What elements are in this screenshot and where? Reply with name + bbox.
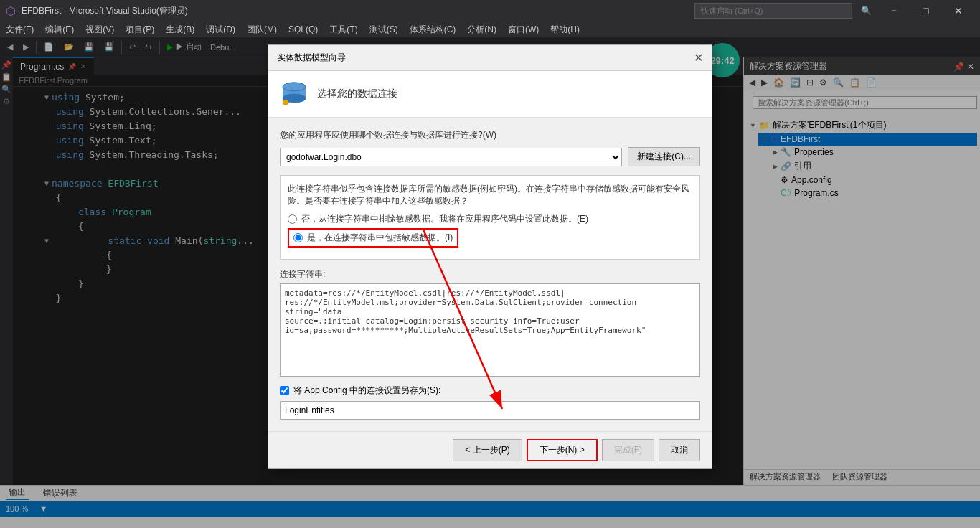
menu-help[interactable]: 帮助(H) <box>545 22 585 37</box>
connection-question-label: 您的应用程序应使用哪个数据连接与数据库进行连接?(W) <box>280 129 700 141</box>
finish-button[interactable]: 完成(F) <box>602 439 654 461</box>
search-icon: 🔍 <box>861 6 872 16</box>
prev-button[interactable]: < 上一步(P) <box>453 439 522 461</box>
save-checkbox-row: 将 App.Config 中的连接设置另存为(S): <box>280 385 700 397</box>
cancel-button[interactable]: 取消 <box>659 439 700 461</box>
radio-yes-row[interactable]: 是，在连接字符串中包括敏感数据。(I) <box>288 228 692 248</box>
dialog-header-title: 选择您的数据连接 <box>317 88 397 100</box>
svg-text:⟶: ⟶ <box>284 100 291 105</box>
dialog-footer: < 上一步(P) 下一步(N) > 完成(F) 取消 <box>268 431 712 468</box>
menu-window[interactable]: 窗口(W) <box>502 22 545 37</box>
save-checkbox[interactable] <box>280 386 289 395</box>
dialog-close-btn[interactable]: ✕ <box>694 51 703 65</box>
entity-wizard-dialog: 实体数据模型向导 ✕ ⟶ 选择您的数据连接 <box>268 44 712 469</box>
dialog-body: 您的应用程序应使用哪个数据连接与数据库进行连接?(W) godofwar.Log… <box>268 118 712 431</box>
menu-test[interactable]: 测试(S) <box>364 22 404 37</box>
connection-row: godofwar.Login.dbo 新建连接(C)... <box>280 147 700 166</box>
maximize-button[interactable]: □ <box>910 0 942 22</box>
menu-debug[interactable]: 调试(D) <box>200 22 241 37</box>
radio-no-row[interactable]: 否，从连接字符串中排除敏感数据。我将在应用程序代码中设置此数据。(E) <box>288 213 692 225</box>
menu-bar: 文件(F) 编辑(E) 视图(V) 项目(P) 生成(B) 调试(D) 团队(M… <box>0 22 980 37</box>
menu-view[interactable]: 视图(V) <box>80 22 120 37</box>
radio-yes[interactable] <box>293 233 303 242</box>
vs-logo-icon: ⬡ <box>6 4 16 18</box>
menu-arch[interactable]: 体系结构(C) <box>404 22 462 37</box>
dialog-header: ⟶ 选择您的数据连接 <box>268 71 712 118</box>
window-controls: － □ ✕ <box>877 0 974 22</box>
menu-project[interactable]: 项目(P) <box>120 22 160 37</box>
radio-yes-label: 是，在连接字符串中包括敏感数据。(I) <box>307 232 453 244</box>
radio-group: 否，从连接字符串中排除敏感数据。我将在应用程序代码中设置此数据。(E) 是，在连… <box>288 213 692 248</box>
menu-edit[interactable]: 编辑(E) <box>39 22 80 37</box>
radio-no[interactable] <box>288 214 297 224</box>
connection-select[interactable]: godofwar.Login.dbo <box>280 148 622 166</box>
dialog-titlebar: 实体数据模型向导 ✕ <box>268 45 712 71</box>
minimize-button[interactable]: － <box>877 0 910 22</box>
menu-tools[interactable]: 工具(T) <box>324 22 363 37</box>
new-connection-button[interactable]: 新建连接(C)... <box>628 147 700 166</box>
menu-sql[interactable]: SQL(Q) <box>283 22 324 37</box>
title-bar-title: EFDBFirst - Microsoft Visual Studio(管理员) <box>22 5 689 17</box>
entity-name-input[interactable] <box>280 401 700 420</box>
database-icon: ⟶ <box>280 80 308 108</box>
conn-string-label: 连接字符串: <box>280 268 700 280</box>
sensitive-text: 此连接字符串似乎包含连接数据库所需的敏感数据(例如密码)。在连接字符串中存储敏感… <box>288 183 692 207</box>
close-button[interactable]: ✕ <box>942 0 974 22</box>
menu-team[interactable]: 团队(M) <box>241 22 283 37</box>
next-button[interactable]: 下一步(N) > <box>527 439 598 461</box>
dialog-overlay: 实体数据模型向导 ✕ ⟶ 选择您的数据连接 <box>0 37 980 528</box>
sensitive-data-box: 此连接字符串似乎包含连接数据库所需的敏感数据(例如密码)。在连接字符串中存储敏感… <box>280 175 700 260</box>
menu-analyze[interactable]: 分析(N) <box>461 22 502 37</box>
radio-no-label: 否，从连接字符串中排除敏感数据。我将在应用程序代码中设置此数据。(E) <box>301 213 588 225</box>
conn-string-textarea[interactable]: metadata=res://*/EntityModel.csdl|res://… <box>280 283 700 377</box>
svg-point-3 <box>283 82 306 91</box>
save-checkbox-label: 将 App.Config 中的连接设置另存为(S): <box>293 385 440 397</box>
menu-file[interactable]: 文件(F) <box>0 22 39 37</box>
dialog-title: 实体数据模型向导 <box>277 52 346 64</box>
quick-launch-input[interactable] <box>694 3 852 19</box>
title-bar: ⬡ EFDBFirst - Microsoft Visual Studio(管理… <box>0 0 980 22</box>
menu-build[interactable]: 生成(B) <box>160 22 200 37</box>
